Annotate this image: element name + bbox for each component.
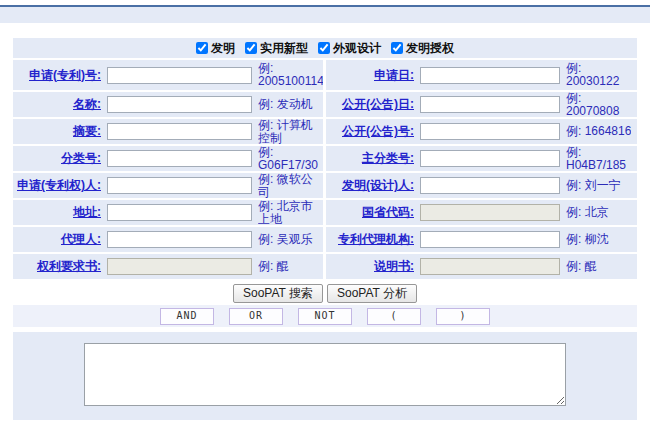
patent-agency-label-link[interactable]: 专利代理机构: [326, 231, 414, 248]
description-example: 例: 醌 [566, 260, 597, 273]
patent-type-invention: 发明 [196, 40, 235, 57]
application-number-example: 例: 200510011420.0 [258, 62, 323, 88]
address-label-link[interactable]: 地址: [13, 204, 101, 221]
patent-type-design: 外观设计 [318, 40, 381, 57]
field-publication-number: 公开(公告)号: 例: 1664816 [326, 119, 637, 144]
invention-grant-checkbox-label: 发明授权 [406, 40, 454, 57]
description-label-link[interactable]: 说明书: [326, 258, 414, 275]
country-province-code-label-link[interactable]: 国省代码: [326, 204, 414, 221]
main-classification-number-example: 例: H04B7/185 [566, 146, 637, 172]
inventor-input[interactable] [420, 177, 560, 194]
patent-agency-input[interactable] [420, 231, 560, 248]
description-input [420, 258, 560, 275]
main-classification-number-label-link[interactable]: 主分类号: [326, 150, 414, 167]
field-main-classification-number: 主分类号: 例: H04B7/185 [326, 146, 637, 171]
operator-and-button[interactable]: AND [160, 308, 214, 325]
utility-model-checkbox[interactable] [245, 42, 257, 54]
field-application-number: 申请(专利)号: 例: 200510011420.0 [13, 60, 323, 90]
claims-label-link[interactable]: 权利要求书: [13, 258, 101, 275]
publication-number-input[interactable] [420, 123, 560, 140]
application-date-label-link[interactable]: 申请日: [326, 67, 414, 84]
form-row-4: 分类号: 例: G06F17/30 主分类号: 例: H04B7/185 [13, 146, 637, 171]
claims-input [107, 258, 252, 275]
field-applicant: 申请(专利权)人: 例: 微软公司 [13, 173, 323, 198]
claims-example: 例: 醌 [258, 260, 289, 273]
field-abstract: 摘要: 例: 计算机 控制 [13, 119, 323, 144]
applicant-input[interactable] [107, 177, 252, 194]
form-row-2: 名称: 例: 发动机 公开(公告)日: 例: 20070808 [13, 92, 637, 117]
main-classification-number-input[interactable] [420, 150, 560, 167]
operator-not-button[interactable]: NOT [298, 308, 352, 325]
application-number-input[interactable] [107, 67, 252, 84]
form-row-1: 申请(专利)号: 例: 200510011420.0 申请日: 例: 20030… [13, 60, 637, 90]
country-province-code-input [420, 204, 560, 221]
field-application-date: 申请日: 例: 20030122 [326, 60, 637, 90]
field-agent: 代理人: 例: 吴观乐 [13, 227, 323, 252]
form-row-6: 地址: 例: 北京市上地 国省代码: 例: 北京 [13, 200, 637, 225]
field-publication-date: 公开(公告)日: 例: 20070808 [326, 92, 637, 117]
top-header-band [0, 7, 650, 23]
invention-checkbox-label: 发明 [211, 40, 235, 57]
field-inventor: 发明(设计)人: 例: 刘一宁 [326, 173, 637, 198]
agent-label-link[interactable]: 代理人: [13, 231, 101, 248]
utility-model-checkbox-label: 实用新型 [260, 40, 308, 57]
form-row-3: 摘要: 例: 计算机 控制 公开(公告)号: 例: 1664816 [13, 119, 637, 144]
publication-date-example: 例: 20070808 [566, 92, 637, 118]
action-button-row: SooPAT 搜索 SooPAT 分析 [13, 281, 637, 305]
applicant-example: 例: 微软公司 [258, 173, 323, 199]
field-claims: 权利要求书: 例: 醌 [13, 254, 323, 279]
agent-example: 例: 吴观乐 [258, 233, 313, 246]
agent-input[interactable] [107, 231, 252, 248]
publication-number-example: 例: 1664816 [566, 125, 631, 138]
query-band [13, 332, 637, 420]
soopat-analyze-button[interactable]: SooPAT 分析 [327, 284, 417, 303]
patent-type-invention-grant: 发明授权 [391, 40, 454, 57]
inventor-example: 例: 刘一宁 [566, 179, 621, 192]
field-title: 名称: 例: 发动机 [13, 92, 323, 117]
field-classification-number: 分类号: 例: G06F17/30 [13, 146, 323, 171]
form-row-8: 权利要求书: 例: 醌 说明书: 例: 醌 [13, 254, 637, 279]
design-checkbox-label: 外观设计 [333, 40, 381, 57]
invention-checkbox[interactable] [196, 42, 208, 54]
field-patent-agency: 专利代理机构: 例: 柳沈 [326, 227, 637, 252]
form-row-7: 代理人: 例: 吴观乐 专利代理机构: 例: 柳沈 [13, 227, 637, 252]
operator-open-paren-button[interactable]: ( [367, 308, 421, 325]
title-input[interactable] [107, 96, 252, 113]
classification-number-example: 例: G06F17/30 [258, 146, 323, 172]
application-number-label-link[interactable]: 申请(专利)号: [13, 67, 101, 84]
operator-or-button[interactable]: OR [229, 308, 283, 325]
patent-agency-example: 例: 柳沈 [566, 233, 609, 246]
field-country-province-code: 国省代码: 例: 北京 [326, 200, 637, 225]
title-example: 例: 发动机 [258, 98, 313, 111]
design-checkbox[interactable] [318, 42, 330, 54]
country-province-code-example: 例: 北京 [566, 206, 609, 219]
invention-grant-checkbox[interactable] [391, 42, 403, 54]
address-example: 例: 北京市上地 [258, 200, 323, 226]
application-date-example: 例: 20030122 [566, 62, 637, 88]
abstract-input[interactable] [107, 123, 252, 140]
abstract-label-link[interactable]: 摘要: [13, 123, 101, 140]
publication-date-input[interactable] [420, 96, 560, 113]
publication-date-label-link[interactable]: 公开(公告)日: [326, 96, 414, 113]
application-date-input[interactable] [420, 67, 560, 84]
form-row-5: 申请(专利权)人: 例: 微软公司 发明(设计)人: 例: 刘一宁 [13, 173, 637, 198]
operator-button-row: AND OR NOT ( ) [13, 305, 637, 327]
inventor-label-link[interactable]: 发明(设计)人: [326, 177, 414, 194]
abstract-example: 例: 计算机 控制 [258, 119, 323, 145]
title-label-link[interactable]: 名称: [13, 96, 101, 113]
patent-type-utility-model: 实用新型 [245, 40, 308, 57]
applicant-label-link[interactable]: 申请(专利权)人: [13, 177, 101, 194]
field-description: 说明书: 例: 醌 [326, 254, 637, 279]
operator-close-paren-button[interactable]: ) [436, 308, 490, 325]
address-input[interactable] [107, 204, 252, 221]
classification-number-label-link[interactable]: 分类号: [13, 150, 101, 167]
query-expression-textarea[interactable] [84, 343, 566, 406]
publication-number-label-link[interactable]: 公开(公告)号: [326, 123, 414, 140]
soopat-search-button[interactable]: SooPAT 搜索 [233, 284, 323, 303]
patent-type-checkbox-row: 发明 实用新型 外观设计 发明授权 [13, 38, 637, 58]
field-address: 地址: 例: 北京市上地 [13, 200, 323, 225]
classification-number-input[interactable] [107, 150, 252, 167]
search-form-container: 发明 实用新型 外观设计 发明授权 申请(专利)号: 例: 2005100114… [13, 38, 637, 420]
